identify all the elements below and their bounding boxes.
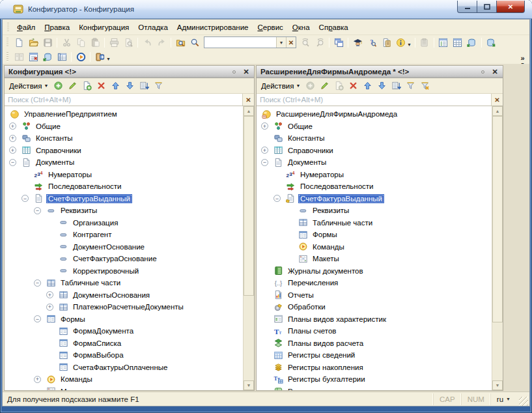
actions-menu[interactable]: Действия — [261, 82, 294, 90]
collapse-icon[interactable]: − — [261, 159, 268, 166]
tree-item[interactable]: РасширениеДляФирмыАндромеда — [261, 108, 492, 121]
tree-item[interactable]: Макеты — [9, 386, 243, 391]
expand-icon[interactable]: + — [261, 122, 268, 130]
actions-menu[interactable]: Действия — [9, 82, 42, 90]
scroll-thumb[interactable] — [244, 116, 254, 296]
global-search-input[interactable] — [204, 38, 276, 47]
collapse-icon[interactable]: − — [34, 315, 41, 322]
db-sync-button[interactable] — [465, 36, 479, 49]
edit-button[interactable] — [318, 79, 331, 93]
db-copy-button[interactable] — [484, 36, 498, 49]
maximize-button[interactable] — [477, 1, 496, 13]
tree-item[interactable]: Формы — [261, 229, 492, 241]
tree-item[interactable]: ТтРегистры бухгалтерии — [261, 373, 492, 386]
tree-item[interactable]: Обработки — [261, 301, 492, 313]
help-search-button[interactable]: ? — [365, 36, 379, 49]
tree-item[interactable]: +ПлатежноРасчетныеДокументы — [9, 301, 243, 313]
tree-window-button[interactable] — [436, 36, 451, 49]
collapse-icon[interactable]: − — [34, 207, 41, 214]
scroll-up-icon[interactable]: ▲ — [492, 106, 503, 116]
start-debug-button[interactable] — [74, 50, 88, 63]
collapse-icon[interactable]: − — [273, 195, 281, 202]
clear-search-icon[interactable]: ✕ — [491, 94, 503, 106]
tree-item[interactable]: Последовательности — [9, 180, 243, 193]
tree-item[interactable]: {..}Перечисления — [261, 277, 492, 289]
syntax-check-button[interactable] — [350, 36, 365, 49]
tree-item[interactable]: Регистры накопления — [261, 362, 492, 374]
search-input[interactable] — [257, 94, 491, 106]
tree-item[interactable]: TтПланы счетов — [261, 325, 492, 337]
run-enterprise-button[interactable] — [92, 50, 107, 63]
scroll-track[interactable] — [244, 116, 254, 380]
scroll-track[interactable] — [492, 116, 503, 380]
menu-администрирование[interactable]: Администрирование — [173, 21, 253, 33]
tree-item[interactable]: ДокументОснование — [9, 241, 243, 253]
tree-item[interactable]: ФормаВыбора — [9, 349, 243, 362]
minimize-button[interactable] — [457, 1, 477, 13]
tree-item[interactable]: +Справочники — [261, 145, 492, 157]
scroll-down-icon[interactable]: ▼ — [244, 380, 254, 390]
tree-item[interactable]: Команды — [261, 241, 492, 253]
info-button[interactable] — [393, 36, 408, 49]
expand-icon[interactable]: + — [34, 376, 41, 383]
expand-icon[interactable]: + — [46, 291, 53, 298]
config-window-button[interactable] — [26, 50, 40, 63]
tree-item[interactable]: СчетаФактурыОплаченные — [9, 362, 243, 374]
tree-item[interactable]: Макеты — [261, 253, 492, 265]
actions-caret-icon[interactable]: ▼ — [44, 83, 48, 88]
new-document-button[interactable] — [12, 36, 26, 49]
tree-item[interactable]: +ДокументыОснования — [9, 289, 243, 302]
menu-правка[interactable]: Правка — [40, 21, 74, 33]
menu-сервис[interactable]: Сервис — [253, 21, 287, 33]
scroll-thumb[interactable] — [492, 116, 503, 322]
vertical-scrollbar[interactable]: ▲ ▼ — [492, 106, 503, 390]
tree-item[interactable]: 234Нумераторы — [9, 169, 243, 181]
window-copy-button[interactable] — [331, 36, 346, 49]
tree-item[interactable]: ФормаСписка — [9, 337, 243, 350]
duplicate-button[interactable] — [80, 79, 94, 93]
menu-окна[interactable]: Окна — [288, 21, 315, 33]
tree-item[interactable]: −СчетФактураВыданный — [9, 193, 243, 205]
tree-item[interactable]: Константы — [261, 132, 492, 145]
panel-close-icon[interactable]: ✕ — [490, 68, 499, 76]
panel-header[interactable]: РасширениеДляФирмыАндромеда * <!> ✕ — [257, 66, 503, 78]
delete-button[interactable] — [94, 79, 108, 93]
filter-subsystems-button[interactable] — [418, 79, 432, 93]
tree-item[interactable]: Последовательности — [261, 180, 492, 193]
tree-item[interactable]: Организация — [9, 217, 243, 229]
dropdown-caret-icon[interactable]: ▼ — [106, 57, 111, 61]
toolbar-grip[interactable] — [7, 52, 8, 61]
tree-item[interactable]: −Документы — [261, 156, 492, 169]
filter-button[interactable] — [152, 79, 165, 93]
table-window-button[interactable] — [451, 36, 465, 49]
tree-item[interactable]: Планы видов расчета — [261, 337, 492, 350]
actions-caret-icon[interactable]: ▼ — [296, 83, 300, 88]
delete-button[interactable] — [346, 79, 360, 93]
close-button[interactable]: ✕ — [496, 1, 525, 13]
vertical-scrollbar[interactable]: ▲ ▼ — [243, 106, 254, 390]
panel-close-icon[interactable]: ✕ — [242, 68, 251, 76]
tree-item[interactable]: +Константы — [9, 132, 243, 145]
tree-item[interactable]: 234Нумераторы — [261, 169, 492, 181]
move-down-button[interactable] — [375, 79, 389, 93]
clear-search-icon[interactable]: ✕ — [242, 94, 254, 106]
collapse-icon[interactable]: − — [9, 159, 16, 166]
dropdown-caret-icon[interactable]: ▼ — [407, 42, 412, 47]
scroll-down-icon[interactable]: ▼ — [492, 380, 503, 390]
tree-item[interactable]: Отчеты — [261, 289, 492, 302]
tree-item[interactable]: +Общие — [261, 121, 492, 133]
table-view-button[interactable] — [55, 50, 69, 63]
find-in-files-button[interactable] — [173, 36, 188, 49]
filter-button[interactable] — [404, 79, 417, 93]
collapse-icon[interactable]: − — [34, 279, 41, 287]
menu-файл[interactable]: Файл — [12, 21, 40, 33]
expand-icon[interactable]: + — [9, 122, 16, 130]
tree-item[interactable]: −СчетФактураВыданный — [261, 193, 492, 205]
expand-icon[interactable]: + — [9, 135, 16, 142]
add-button[interactable] — [51, 79, 65, 93]
tree-item[interactable]: Табличные части — [261, 217, 492, 229]
move-up-button[interactable] — [361, 79, 374, 93]
resize-grip[interactable] — [519, 397, 528, 406]
menu-конфигурация[interactable]: Конфигурация — [74, 21, 133, 33]
tree-item[interactable]: Контрагент — [9, 229, 243, 241]
